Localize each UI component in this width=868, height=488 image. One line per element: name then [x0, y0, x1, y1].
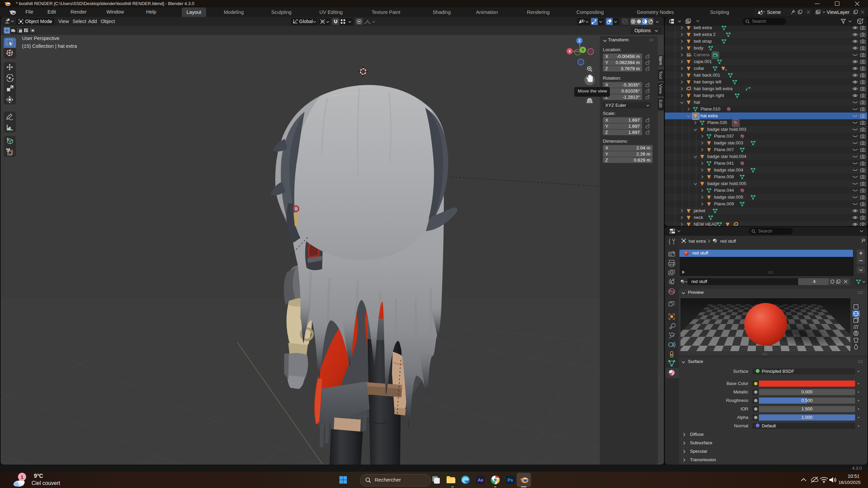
svg-text:Z: Z: [578, 39, 580, 43]
svg-text:Ps: Ps: [508, 477, 513, 483]
svg-text:1: 1: [21, 474, 23, 480]
svg-text:X: X: [569, 49, 571, 53]
svg-text:Y: Y: [582, 48, 584, 52]
svg-text:2: 2: [725, 68, 727, 71]
svg-text:Ae: Ae: [478, 477, 484, 483]
